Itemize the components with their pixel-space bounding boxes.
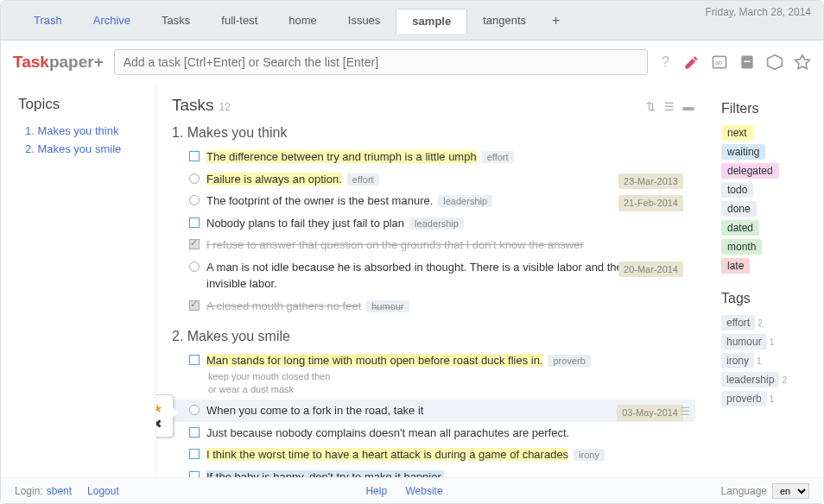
tab-trash[interactable]: Trash <box>18 9 78 33</box>
task-row[interactable]: Just because nobody complains doesn't me… <box>172 422 695 444</box>
topic-item[interactable]: 2. Makes you smile <box>18 140 147 158</box>
task-row[interactable]: A man is not idle because he is absorbed… <box>172 256 695 295</box>
tag-count: 2 <box>757 318 763 328</box>
tags-title: Tags <box>721 291 813 306</box>
close-icon[interactable]: ✖ <box>156 417 162 431</box>
tag-proverb[interactable]: proverb <box>721 391 767 406</box>
tab-tangents[interactable]: tangents <box>467 9 542 33</box>
header: Taskpaper+ ? ab <box>1 41 823 84</box>
filter-delegated[interactable]: delegated <box>721 163 779 179</box>
tab-strip: TrashArchiveTasksfull-testhomeIssuessamp… <box>18 9 542 33</box>
star-icon[interactable] <box>794 54 811 71</box>
sort-icon[interactable]: ⇅ <box>643 100 657 114</box>
tag-count: 2 <box>782 375 787 385</box>
content-title: Tasks <box>172 96 214 115</box>
footer: Login: sbent Logout Help Website Languag… <box>1 477 823 503</box>
tag-leadership[interactable]: leadership <box>721 372 779 387</box>
edit-icon[interactable] <box>683 54 700 71</box>
filter-done[interactable]: done <box>721 201 757 217</box>
rename-icon[interactable]: ab <box>711 54 728 71</box>
section-title-2: 2. Makes you smile <box>172 329 695 344</box>
tab-sample[interactable]: sample <box>396 9 467 34</box>
task-text: Failure is always an option.effort23-Mar… <box>206 171 695 188</box>
task-tag[interactable]: 23-Mar-2013 <box>618 173 683 190</box>
task-row[interactable]: The footprint of the owner is the best m… <box>172 190 695 212</box>
filter-waiting[interactable]: waiting <box>721 144 765 160</box>
list-view-icon[interactable]: ☰ <box>662 100 676 114</box>
website-link[interactable]: Website <box>405 485 442 497</box>
task-checkbox[interactable] <box>189 405 200 415</box>
task-text: Man stands for long time with mouth open… <box>206 352 695 369</box>
filter-dated[interactable]: dated <box>721 220 759 236</box>
task-tag[interactable]: 21-Feb-2014 <box>618 195 683 211</box>
task-checkbox[interactable] <box>189 427 200 438</box>
priority-popup: ★★★☆⬢✖ <box>156 394 174 438</box>
tab-issues[interactable]: Issues <box>333 9 396 33</box>
add-tab-button[interactable]: + <box>542 8 570 34</box>
date-display: Friday, March 28, 2014 <box>705 6 811 18</box>
task-checkbox[interactable] <box>189 239 200 249</box>
task-tag[interactable]: effort <box>347 173 379 186</box>
task-text: I think the worst time to have a heart a… <box>206 446 695 463</box>
task-row[interactable]: The difference between try and triumph i… <box>172 146 695 168</box>
task-row[interactable]: A closed mouth gathers no feethumour <box>172 295 695 318</box>
task-menu-icon[interactable]: ☰ <box>680 405 690 418</box>
archive-icon[interactable] <box>766 54 783 71</box>
task-tag[interactable]: 20-Mar-2014 <box>618 261 683 278</box>
task-checkbox[interactable] <box>189 449 200 459</box>
help-icon[interactable]: ? <box>658 54 673 70</box>
tab-tasks[interactable]: Tasks <box>146 9 206 33</box>
delete-icon[interactable] <box>738 54 756 71</box>
task-tag[interactable]: proverb <box>548 355 590 367</box>
task-checkbox[interactable] <box>189 355 200 365</box>
task-checkbox[interactable] <box>189 195 200 205</box>
task-checkbox[interactable] <box>189 173 200 184</box>
star-gold-icon[interactable]: ★ <box>156 401 163 415</box>
tag-count: 1 <box>757 356 762 366</box>
task-text: I refuse to answer that question on the … <box>206 236 695 254</box>
task-text: The difference between try and triumph i… <box>206 148 695 166</box>
task-checkbox[interactable] <box>189 261 200 272</box>
tab-full-test[interactable]: full-test <box>206 9 273 33</box>
filter-next[interactable]: next <box>721 125 753 141</box>
task-checkbox[interactable] <box>189 300 200 311</box>
svg-text:ab: ab <box>715 59 722 66</box>
task-row[interactable]: Nobody plans to fail they just fail to p… <box>172 212 695 235</box>
task-checkbox[interactable] <box>189 217 200 228</box>
task-row[interactable]: I refuse to answer that question on the … <box>172 234 695 256</box>
task-row[interactable]: Failure is always an option.effort23-Mar… <box>172 168 695 191</box>
filter-month[interactable]: month <box>721 239 762 255</box>
task-checkbox[interactable] <box>189 471 200 477</box>
task-text: The footprint of the owner is the best m… <box>206 192 695 210</box>
filter-late[interactable]: late <box>721 258 750 274</box>
task-row[interactable]: I think the worst time to have a heart a… <box>172 444 695 466</box>
task-tag[interactable]: irony <box>574 449 605 461</box>
task-tag[interactable]: effort <box>482 151 514 163</box>
user-link[interactable]: sbent <box>47 485 72 497</box>
topic-item[interactable]: 1. Makes you think <box>18 122 147 140</box>
tab-archive[interactable]: Archive <box>78 9 146 33</box>
login-label: Login: <box>15 485 43 497</box>
search-input[interactable] <box>114 49 648 75</box>
task-row[interactable]: ★★★☆⬢✖When you come to a fork in the roa… <box>172 400 695 422</box>
task-tag[interactable]: leadership <box>438 195 492 207</box>
help-link[interactable]: Help <box>365 485 387 497</box>
task-text: A man is not idle because he is absorbed… <box>206 259 695 293</box>
task-tag[interactable]: 03-May-2014 <box>617 405 683 421</box>
compact-view-icon[interactable]: ▬ <box>681 100 695 114</box>
filter-todo[interactable]: todo <box>721 182 753 198</box>
task-count: 12 <box>219 101 231 113</box>
logout-link[interactable]: Logout <box>87 485 119 497</box>
task-tag[interactable]: humour <box>366 300 409 312</box>
task-checkbox[interactable] <box>189 151 200 161</box>
task-text: Nobody plans to fail they just fail to p… <box>206 215 695 232</box>
section-title-1: 1. Makes you think <box>172 125 695 141</box>
tag-effort[interactable]: effort <box>721 315 755 331</box>
task-row[interactable]: Man stands for long time with mouth open… <box>172 350 695 372</box>
tab-home[interactable]: home <box>273 9 333 33</box>
task-row[interactable]: If the baby is happy, don't try to make … <box>172 466 695 477</box>
tag-irony[interactable]: irony <box>721 353 754 369</box>
language-select[interactable]: en <box>772 483 809 499</box>
task-tag[interactable]: leadership <box>409 217 464 230</box>
tag-humour[interactable]: humour <box>721 334 767 350</box>
